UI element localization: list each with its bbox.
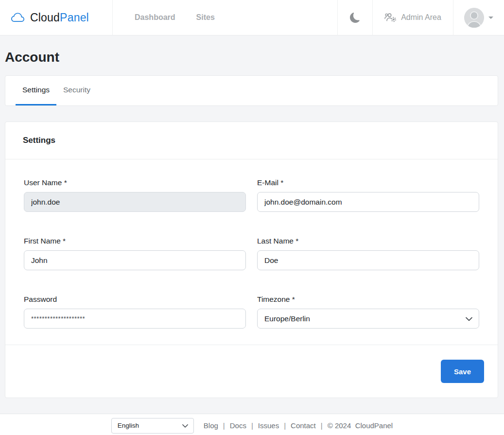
form-row: Password Timezone * Europe/Berlin: [24, 295, 479, 329]
nav-item-sites[interactable]: Sites: [196, 13, 215, 22]
timezone-field-group: Timezone * Europe/Berlin: [257, 295, 479, 329]
email-label: E-Mail *: [257, 178, 479, 188]
footer-link-docs[interactable]: Docs: [230, 421, 246, 430]
form-row: User Name * E-Mail *: [24, 178, 479, 212]
form-row: First Name * Last Name *: [24, 236, 479, 270]
password-label: Password: [24, 295, 246, 304]
username-field-group: User Name *: [24, 178, 246, 212]
footer-links: Blog | Docs | Issues | Contact | © 2024 …: [204, 421, 393, 430]
username-input: [24, 192, 246, 212]
last-name-label: Last Name *: [257, 236, 479, 246]
dark-mode-toggle[interactable]: [337, 0, 372, 35]
account-tabs: Settings Security: [5, 75, 498, 106]
password-field-group: Password: [24, 295, 246, 329]
email-input[interactable]: [257, 192, 479, 212]
brand-logo[interactable]: CloudPanel: [0, 0, 113, 35]
language-select[interactable]: English: [111, 418, 194, 434]
save-button[interactable]: Save: [441, 360, 484, 383]
footer-separator: |: [321, 421, 323, 430]
settings-form: User Name * E-Mail * First Name * Last N…: [5, 159, 498, 345]
admin-area-label: Admin Area: [401, 13, 441, 22]
settings-card-footer: Save: [5, 345, 498, 398]
username-label: User Name *: [24, 178, 246, 188]
top-nav: Dashboard Sites: [113, 0, 215, 35]
header-spacer: [215, 0, 337, 35]
footer-link-contact[interactable]: Contact: [291, 421, 316, 430]
caret-down-icon: [488, 17, 493, 19]
footer-separator: |: [223, 421, 225, 430]
user-menu[interactable]: [453, 0, 504, 35]
last-name-field-group: Last Name *: [257, 236, 479, 270]
admin-area-button[interactable]: Admin Area: [372, 0, 453, 35]
first-name-label: First Name *: [24, 236, 246, 246]
footer-link-issues[interactable]: Issues: [258, 421, 279, 430]
settings-card: Settings User Name * E-Mail * First Name…: [5, 122, 498, 398]
timezone-label: Timezone *: [257, 295, 479, 304]
header: CloudPanel Dashboard Sites Admin Area: [0, 0, 504, 35]
footer-separator: |: [251, 421, 253, 430]
footer-separator: |: [284, 421, 286, 430]
timezone-select[interactable]: Europe/Berlin: [257, 309, 479, 329]
people-gear-icon: [384, 13, 397, 22]
cloud-logo-icon: [10, 11, 26, 24]
main-content: Account Settings Security Settings User …: [0, 50, 504, 398]
page-title: Account: [5, 50, 498, 64]
brand-name: CloudPanel: [30, 11, 89, 24]
footer-copyright: © 2024 CloudPanel: [328, 421, 393, 430]
password-input[interactable]: [24, 309, 246, 329]
last-name-input[interactable]: [257, 250, 479, 270]
moon-icon: [350, 13, 360, 23]
nav-item-dashboard[interactable]: Dashboard: [135, 13, 175, 22]
tab-settings[interactable]: Settings: [16, 76, 56, 105]
settings-card-title: Settings: [23, 136, 55, 145]
first-name-input[interactable]: [24, 250, 246, 270]
settings-card-header: Settings: [5, 122, 498, 159]
email-field-group: E-Mail *: [257, 178, 479, 212]
tab-security[interactable]: Security: [56, 76, 97, 105]
first-name-field-group: First Name *: [24, 236, 246, 270]
avatar: [464, 8, 484, 28]
footer-link-blog[interactable]: Blog: [204, 421, 218, 430]
footer: English Blog | Docs | Issues | Contact |…: [0, 414, 504, 435]
